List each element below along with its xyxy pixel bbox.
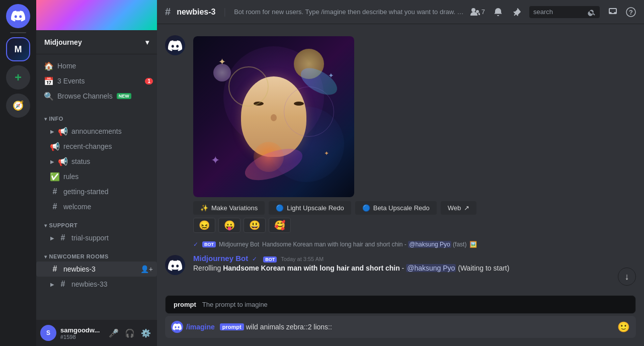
sidebar-item-getting-started[interactable]: # getting-started xyxy=(36,184,157,199)
mention-haksung[interactable]: @haksung Pyo xyxy=(406,264,456,272)
scroll-down-arrow: ↓ xyxy=(625,272,629,282)
scroll-to-bottom-button[interactable]: ↓ xyxy=(618,268,636,286)
section-label-support[interactable]: ▾ SUPPORT xyxy=(36,214,157,230)
input-area: /imagine prompt 🙂 xyxy=(157,316,644,346)
newbies-3-hash-icon: # xyxy=(50,265,59,274)
prompt-hint-label: prompt xyxy=(174,301,196,308)
message-group-1: ✦ ✦ ✦ ✦ ✨ Make Variations xyxy=(157,32,644,235)
channel-rules-label: rules xyxy=(63,172,78,181)
bell-icon[interactable] xyxy=(493,7,503,17)
web-button[interactable]: Web ↗ xyxy=(441,201,477,215)
sidebar-item-recent-changes[interactable]: 📢 recent-changes xyxy=(36,139,157,154)
collapse-arrow-newbies-33: ▶ xyxy=(50,282,54,287)
message-content-1: ✦ ✦ ✦ ✦ ✨ Make Variations xyxy=(193,34,636,233)
channel-newbies-3-label: newbies-3 xyxy=(63,265,96,273)
midjourney-server-icon[interactable]: M xyxy=(6,37,30,61)
add-server-button[interactable]: + xyxy=(6,65,30,90)
prompt-label-badge: prompt xyxy=(220,323,244,330)
events-icon: 📅 xyxy=(44,76,53,85)
collapse-arrow-trial-support: ▶ xyxy=(50,235,54,241)
message-content-2-attach: ✓ BOT Midjourney Bot Handsome Korean man… xyxy=(193,241,636,248)
explore-button[interactable]: 🧭 xyxy=(6,94,30,118)
sidebar-item-events[interactable]: 📅 3 Events 1 xyxy=(36,73,157,89)
browse-new-badge: NEW xyxy=(117,93,131,99)
reaction-love[interactable]: 🥰 xyxy=(269,218,291,233)
message-header-3: Midjourney Bot ✓ BOT Today at 3:55 AM xyxy=(193,254,636,263)
user-controls: 🎤 🎧 ⚙️ xyxy=(107,326,153,340)
mute-button[interactable]: 🎤 xyxy=(107,326,121,340)
image-icon: 🖼️ xyxy=(469,241,477,248)
sidebar-item-newbies-3[interactable]: # newbies-3 👤+ xyxy=(36,262,157,277)
user-avatar: S xyxy=(40,325,56,341)
bot-verified-small: ✓ xyxy=(193,241,198,248)
sidebar-item-events-label: 3 Events xyxy=(57,77,85,85)
server-banner xyxy=(36,0,157,30)
server-dropdown-icon[interactable]: ▾ xyxy=(145,38,149,46)
user-avatar-letter: S xyxy=(46,329,50,336)
deafen-button[interactable]: 🎧 xyxy=(123,326,137,340)
info-collapse-arrow: ▾ xyxy=(44,116,47,122)
light-upscale-label: Light Upscale Redo xyxy=(287,204,344,212)
main-content: # newbies-3 | Bot room for new users. Ty… xyxy=(157,0,644,346)
sidebar-item-browse[interactable]: 🔍 Browse Channels NEW xyxy=(36,89,157,104)
settings-button[interactable]: ⚙️ xyxy=(139,326,153,340)
imagine-input[interactable] xyxy=(246,319,613,335)
message-group-2-spacer xyxy=(165,241,185,248)
browse-icon: 🔍 xyxy=(44,92,53,101)
sidebar-item-welcome[interactable]: # welcome xyxy=(36,199,157,214)
discord-home-button[interactable] xyxy=(6,4,30,28)
pin-icon[interactable] xyxy=(511,7,521,17)
beta-upscale-redo-button[interactable]: 🔵 Beta Upscale Redo xyxy=(355,201,437,215)
beta-upscale-label: Beta Upscale Redo xyxy=(373,204,430,212)
sidebar-item-rules[interactable]: ✅ rules xyxy=(36,169,157,184)
external-link-icon: ↗ xyxy=(464,204,469,212)
sidebar-item-browse-label: Browse Channels xyxy=(57,92,113,100)
help-icon[interactable]: ? xyxy=(626,7,636,17)
sidebar-item-status[interactable]: ▶ 📢 status xyxy=(36,154,157,169)
channel-announcements-label: announcements xyxy=(71,127,122,135)
bot-author-3: Midjourney Bot xyxy=(193,254,248,263)
section-label-newcomer[interactable]: ▾ NEWCOMER ROOMS xyxy=(36,245,157,262)
message-bold-text: Handsome Korean man with long hair and s… xyxy=(223,264,400,272)
support-collapse-arrow: ▾ xyxy=(44,223,47,228)
user-tag: #1598 xyxy=(60,334,103,340)
inbox-icon[interactable] xyxy=(608,7,618,17)
bot-avatar-1 xyxy=(165,35,185,55)
section-label-info[interactable]: ▾ INFO xyxy=(36,108,157,124)
search-header-icon[interactable]: search xyxy=(529,6,600,18)
reaction-silly[interactable]: 😛 xyxy=(218,218,240,233)
recent-changes-icon: 📢 xyxy=(50,142,59,151)
collapse-arrow-status: ▶ xyxy=(50,159,54,164)
input-command-label: /imagine xyxy=(186,323,217,331)
message-time-3: Today at 3:55 AM xyxy=(281,256,324,262)
section-info-title: INFO xyxy=(49,116,63,122)
server-sidebar: M + 🧭 xyxy=(0,0,36,346)
input-prefix: /imagine prompt xyxy=(171,321,246,333)
members-icon[interactable]: 7 xyxy=(470,7,485,17)
member-count: 7 xyxy=(481,8,485,16)
make-variations-button[interactable]: ✨ Make Variations xyxy=(193,201,265,215)
prompt-hint-description: The prompt to imagine xyxy=(202,301,268,308)
light-upscale-redo-button[interactable]: 🔵 Light Upscale Redo xyxy=(269,201,351,215)
emoji-picker-button[interactable]: 🙂 xyxy=(617,321,630,333)
sidebar-item-newbies-33[interactable]: ▶ # newbies-33 xyxy=(36,277,157,292)
section-newcomer-title: NEWCOMER ROOMS xyxy=(49,253,109,260)
events-badge: 1 xyxy=(145,78,153,84)
header-divider: | xyxy=(223,7,226,17)
message-group-3: Midjourney Bot ✓ BOT Today at 3:55 AM Re… xyxy=(157,252,644,277)
sidebar-item-announcements[interactable]: ▶ 📢 announcements xyxy=(36,124,157,139)
attach-author: Midjourney Bot xyxy=(219,241,259,248)
sidebar-item-home[interactable]: 🏠 Home xyxy=(36,58,157,73)
sidebar-item-trial-support[interactable]: ▶ # trial-support xyxy=(36,230,157,245)
messages-area[interactable]: ✦ ✦ ✦ ✦ ✨ Make Variations xyxy=(157,24,644,295)
action-buttons: ✨ Make Variations 🔵 Light Upscale Redo 🔵… xyxy=(193,201,636,215)
channel-list: 🏠 Home 📅 3 Events 1 🔍 Browse Channels NE… xyxy=(36,54,157,320)
reaction-tired[interactable]: 😖 xyxy=(193,218,215,233)
reaction-happy[interactable]: 😃 xyxy=(244,218,266,233)
make-variations-label: Make Variations xyxy=(211,204,258,212)
server-header[interactable]: Midjourney ▾ xyxy=(36,30,157,54)
input-user-avatar xyxy=(171,321,183,333)
user-info: samgoodw... #1598 xyxy=(60,326,103,340)
user-area: S samgoodw... #1598 🎤 🎧 ⚙️ xyxy=(36,320,157,346)
add-member-icon[interactable]: 👤+ xyxy=(140,265,153,273)
